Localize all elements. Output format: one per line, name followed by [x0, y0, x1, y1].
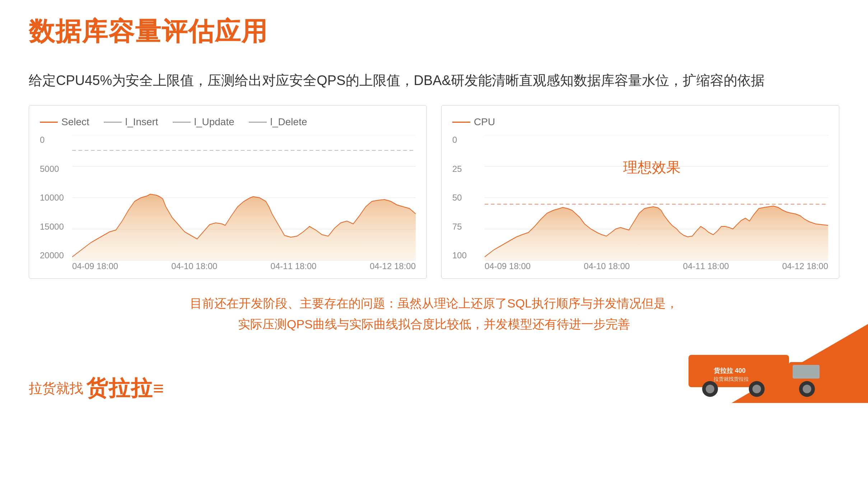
legend-label-cpu: CPU: [474, 116, 495, 128]
chart-left-area: 20000 15000 10000 5000 0: [40, 135, 416, 271]
legend-line-delete: [249, 122, 267, 123]
chart-right: CPU 理想效果 100 75 50 25 0: [441, 105, 839, 279]
svg-point-18: [752, 385, 761, 393]
legend-insert: l_Insert: [104, 116, 158, 128]
bottom-note: 目前还在开发阶段、主要存在的问题：虽然从理论上还原了SQL执行顺序与并发情况但是…: [29, 293, 839, 335]
bottom-note-line2: 实际压测QPS曲线与实际曲线拟合度比较低，并发模型还有待进一步完善: [29, 314, 839, 335]
charts-container: Select l_Insert l_Update l_Delete 20000: [29, 105, 839, 279]
legend-line-update: [173, 122, 191, 123]
footer: 拉货就找 货拉拉 ≡: [29, 346, 839, 403]
chart-left: Select l_Insert l_Update l_Delete 20000: [29, 105, 427, 279]
legend-cpu: CPU: [452, 116, 495, 128]
svg-point-20: [803, 385, 811, 393]
x-axis-right: 04-09 18:00 04-10 18:00 04-11 18:00 04-1…: [485, 261, 828, 271]
legend-select: Select: [40, 116, 89, 128]
chart-left-svg: [72, 135, 416, 261]
page: 数据库容量评估应用 给定CPU45%为安全上限值，压测给出对应安全QPS的上限值…: [0, 0, 868, 488]
truck-illustration: 货拉拉 400 拉货就找货拉拉: [685, 344, 836, 399]
legend-update: l_Update: [173, 116, 234, 128]
chart-right-legend: CPU: [452, 116, 828, 128]
legend-label-insert: l_Insert: [125, 116, 158, 128]
footer-left: 拉货就找 货拉拉 ≡: [29, 374, 164, 403]
legend-line-cpu: [452, 122, 470, 123]
legend-label-delete: l_Delete: [270, 116, 307, 128]
y-axis-left: 20000 15000 10000 5000 0: [40, 135, 72, 271]
logo-brand: 货拉拉: [86, 374, 153, 403]
svg-point-16: [706, 385, 714, 393]
legend-label-update: l_Update: [194, 116, 234, 128]
legend-line-insert: [104, 122, 122, 123]
svg-rect-14: [793, 365, 820, 379]
bottom-note-line1: 目前还在开发阶段、主要存在的问题：虽然从理论上还原了SQL执行顺序与并发情况但是…: [29, 293, 839, 314]
legend-line-select: [40, 122, 58, 123]
page-title: 数据库容量评估应用: [29, 14, 839, 49]
y-axis-right: 100 75 50 25 0: [452, 135, 485, 271]
svg-text:拉货就找货拉拉: 拉货就找货拉拉: [714, 376, 749, 382]
chart-left-legend: Select l_Insert l_Update l_Delete: [40, 116, 416, 128]
svg-text:货拉拉 400: 货拉拉 400: [714, 367, 746, 374]
chart-right-area: 100 75 50 25 0: [452, 135, 828, 271]
truck-svg: 货拉拉 400 拉货就找货拉拉: [685, 344, 836, 398]
chart-left-inner: [72, 135, 416, 261]
legend-label-select: Select: [61, 116, 89, 128]
ideal-label: 理想效果: [623, 158, 681, 177]
x-axis-left: 04-09 18:00 04-10 18:00 04-11 18:00 04-1…: [72, 261, 416, 271]
legend-delete: l_Delete: [249, 116, 307, 128]
chart-right-inner: [485, 135, 828, 261]
chart-right-svg: [485, 135, 828, 261]
logo-slogan: 拉货就找: [29, 379, 83, 398]
footer-right: 货拉拉 400 拉货就找货拉拉: [660, 346, 839, 403]
subtitle: 给定CPU45%为安全上限值，压测给出对应安全QPS的上限值，DBA&研发能清晰…: [29, 70, 839, 91]
